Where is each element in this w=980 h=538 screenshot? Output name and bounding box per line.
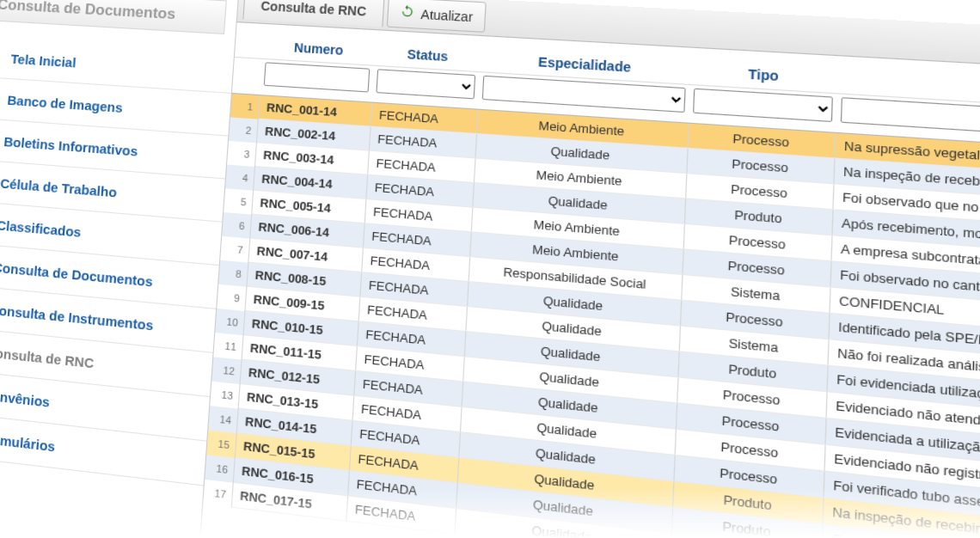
row-index: 8 (218, 260, 248, 286)
sidebar-nav: Tela InicialBanco de ImagensBoletins Inf… (0, 35, 234, 486)
row-index: 2 (229, 117, 258, 143)
row-index: 5 (224, 188, 253, 214)
row-index: 14 (208, 406, 238, 433)
sidebar: Consulta de Documentos Tela InicialBanco… (0, 0, 239, 538)
sidebar-item-label: Boletins Informativos (3, 133, 138, 158)
sidebar-title: Consulta de Documentos (0, 0, 227, 34)
refresh-icon (400, 4, 416, 22)
filter-status[interactable] (377, 69, 476, 99)
row-index: 10 (215, 308, 244, 334)
filter-tipo[interactable] (693, 89, 832, 122)
tab-consulta-rnc[interactable]: Consulta de RNC (242, 0, 385, 27)
sidebar-item-label: Formulários (0, 430, 56, 454)
sidebar-item-label: Consulta de Instrumentos (0, 301, 154, 333)
filter-numero[interactable] (264, 62, 371, 92)
row-index: 4 (225, 164, 254, 190)
home-icon (0, 48, 2, 65)
sidebar-item-label: Consulta de Documentos (0, 259, 153, 289)
row-index: 16 (205, 455, 235, 483)
row-index: 6 (222, 211, 251, 238)
row-index: 15 (206, 430, 236, 457)
refresh-label: Atualizar (420, 7, 473, 24)
row-index: 17 (203, 479, 233, 507)
row-index: 9 (217, 284, 246, 310)
row-index: 1 (230, 93, 260, 119)
sidebar-item-label: Consulta de RNC (0, 344, 95, 370)
sidebar-item-label: Convênios (0, 387, 51, 410)
row-index: 3 (227, 140, 256, 166)
refresh-button[interactable]: Atualizar (387, 0, 486, 33)
sidebar-item-label: Banco de Imagens (7, 92, 123, 115)
row-index: 12 (211, 357, 242, 384)
grid: Numero Status Especialidade Tipo Descriç… (203, 22, 980, 538)
row-index: 11 (213, 332, 242, 359)
sidebar-item-label: Tela Inicial (10, 51, 77, 70)
sidebar-item-label: Célula de Trabalho (0, 175, 118, 200)
sidebar-item-label: Classificados (0, 217, 82, 239)
row-index: 7 (220, 235, 249, 262)
main-panel: Consulta de RNC Atualizar (186, 0, 980, 538)
row-index: 13 (210, 381, 240, 408)
